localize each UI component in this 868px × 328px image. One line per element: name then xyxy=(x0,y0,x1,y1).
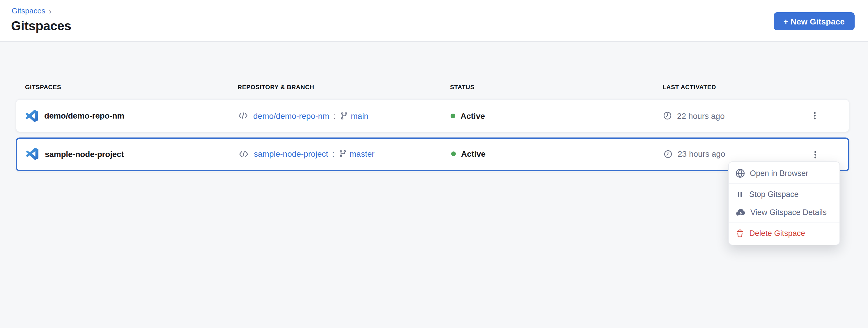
code-icon xyxy=(238,112,248,119)
git-branch-icon xyxy=(339,150,347,158)
last-activated-cell: 22 hours ago xyxy=(663,111,724,120)
page-header: Gitspaces › Gitspaces + New Gitspace xyxy=(0,0,868,42)
menu-item-label: Open in Browser xyxy=(750,169,808,178)
gitspace-name-cell: sample-node-project xyxy=(26,148,124,160)
pause-icon xyxy=(736,190,744,198)
gitspace-name: demo/demo-repo-nm xyxy=(44,111,124,120)
menu-item-label: Delete Gitspace xyxy=(749,229,805,238)
gitspace-name: sample-node-project xyxy=(45,149,124,158)
gitspace-name-cell: demo/demo-repo-nm xyxy=(26,110,124,122)
breadcrumb-chevron-icon: › xyxy=(49,7,52,15)
menu-divider xyxy=(729,183,839,184)
globe-icon xyxy=(736,169,745,178)
git-branch-icon xyxy=(340,112,348,120)
breadcrumb: Gitspaces › xyxy=(12,6,52,15)
column-header-status: STATUS xyxy=(450,83,474,90)
branch-link[interactable]: master xyxy=(349,149,375,158)
menu-item-label: Stop Gitspace xyxy=(749,190,799,199)
menu-divider xyxy=(729,222,839,223)
menu-item-view-gitspace-details[interactable]: View Gitspace Details xyxy=(729,203,839,221)
cloud-icon xyxy=(736,208,745,217)
repository-link[interactable]: demo/demo-repo-nm xyxy=(253,111,329,120)
menu-item-stop-gitspace[interactable]: Stop Gitspace xyxy=(729,185,839,203)
clock-icon xyxy=(663,111,672,120)
repo-branch-separator: : xyxy=(332,149,335,158)
menu-item-open-in-browser[interactable]: Open in Browser xyxy=(729,164,839,182)
menu-item-label: View Gitspace Details xyxy=(750,208,827,217)
status-cell: Active xyxy=(451,149,486,158)
vscode-icon xyxy=(26,148,38,160)
repository-branch-cell: sample-node-project : master xyxy=(239,149,375,158)
last-activated-text: 22 hours ago xyxy=(677,111,724,120)
vscode-icon xyxy=(26,110,38,122)
status-active-dot-icon xyxy=(451,113,455,118)
branch-link[interactable]: main xyxy=(351,111,369,120)
column-header-repository-branch: REPOSITORY & BRANCH xyxy=(238,83,314,90)
column-header-last-activated: LAST ACTIVATED xyxy=(662,83,716,90)
table-row-sample-node-project[interactable]: sample-node-project sample-node-project … xyxy=(16,138,849,171)
status-cell: Active xyxy=(451,111,485,120)
table-row-demo-demo-repo-nm[interactable]: demo/demo-repo-nm demo/demo-repo-nm : ma… xyxy=(16,99,849,132)
clock-icon xyxy=(664,149,672,158)
trash-icon xyxy=(736,229,744,237)
row-actions-kebab-menu-icon[interactable] xyxy=(807,108,822,123)
status-text: Active xyxy=(461,149,486,158)
status-active-dot-icon xyxy=(451,151,456,156)
page-title: Gitspaces xyxy=(11,19,71,34)
repository-link[interactable]: sample-node-project xyxy=(254,149,328,158)
content-area: GITSPACES REPOSITORY & BRANCH STATUS LAS… xyxy=(0,42,868,328)
row-actions-kebab-menu-icon[interactable] xyxy=(807,147,823,162)
row-actions-context-menu: Open in Browser Stop Gitspace xyxy=(728,161,840,245)
new-gitspace-button[interactable]: + New Gitspace xyxy=(773,12,855,30)
last-activated-text: 23 hours ago xyxy=(678,149,725,158)
code-icon xyxy=(239,150,249,157)
menu-item-delete-gitspace[interactable]: Delete Gitspace xyxy=(729,224,839,242)
status-text: Active xyxy=(461,111,485,120)
repository-branch-cell: demo/demo-repo-nm : main xyxy=(238,111,369,120)
gitspaces-page: Gitspaces › Gitspaces + New Gitspace GIT… xyxy=(0,0,868,328)
breadcrumb-link-gitspaces[interactable]: Gitspaces xyxy=(12,6,45,15)
last-activated-cell: 23 hours ago xyxy=(664,149,725,158)
column-header-gitspaces: GITSPACES xyxy=(25,83,61,90)
repo-branch-separator: : xyxy=(333,111,336,120)
